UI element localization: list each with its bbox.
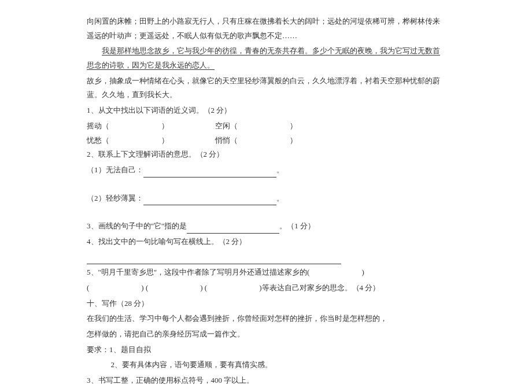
q2-period-1: 。 xyxy=(276,165,284,174)
q1-word-1-close: ） xyxy=(161,121,169,130)
q5-stem-a: 5、"明月千里寄乡思"，这段中作者除了写明月外还通过描述家乡的( xyxy=(87,268,309,276)
q5-mid-3: ) ( xyxy=(200,283,207,292)
q1-stem: 1、从文中找出以下词语的近义词。（2 分） xyxy=(87,103,445,118)
q4-blank-line xyxy=(87,250,445,265)
writing-req-2: 2、要有具体内容，语句要通顺，要有真情实感。 xyxy=(87,358,445,372)
q1-word-4-close: ） xyxy=(290,136,297,145)
q1-word-1: 摇动（ xyxy=(87,121,109,130)
q4-blank xyxy=(87,257,341,264)
writing-req-1: 要求：1、题目自拟 xyxy=(87,343,445,357)
q3-blank xyxy=(187,226,279,234)
passage-paragraph-3: 故乡，抽象成一种情绪在心头，就像它的天空里轻纱薄翼般的白云，久久地漂浮着，衬着天… xyxy=(87,74,445,102)
q2-blank-2 xyxy=(143,198,276,205)
q5-tail: )等表达自己对家乡的思念。（4 分） xyxy=(259,283,380,292)
q2-period-2: 。 xyxy=(276,194,284,202)
passage-paragraph-underlined: 我是那样地思念故乡，它与我少年的彷徨，青春的无奈共存着。多少个无眠的夜晚，我为它… xyxy=(87,44,445,72)
q2-item-1: （1）无法自己：。 xyxy=(87,163,445,177)
q2-item-2: （2）轻纱薄翼：。 xyxy=(87,191,445,206)
writing-req-3: 3、书写工整，正确的使用标点符号，400 字以上。 xyxy=(87,373,445,388)
q1-word-3-close: ） xyxy=(161,136,169,145)
writing-prompt-1: 在我们的生活、学习中每个人都会遇到挫折，你曾经面对怎样的挫折，你当时是怎样想的， xyxy=(87,312,445,326)
q5-line-2: () () ()等表达自己对家乡的思念。（4 分） xyxy=(87,281,445,295)
q1-row-1: 摇动（） 空闲（） xyxy=(87,119,445,134)
q1-word-4: 悄悄（ xyxy=(215,136,238,145)
q2-item1-label: （1）无法自己： xyxy=(87,165,143,174)
q1-row-2: 忧愁（） 悄悄（） xyxy=(87,134,445,148)
passage-paragraph-1: 向闲置的床帷；田野上的小路寂无行人，只有庄稼在微拂着长大的阔叶；远处的河堤依稀可… xyxy=(87,14,445,43)
q2-blank-1 xyxy=(143,170,276,177)
q2-stem: 2、联系上下文理解词语的意思。（2 分） xyxy=(87,147,445,162)
writing-prompt-2: 怎样做的，请把自己的亲身经历写成一篇作文。 xyxy=(87,327,445,342)
q4-stem: 4、找出文中的一句比喻句写在横线上。（2 分） xyxy=(87,235,445,249)
q3: 3、画线的句子中的"它"指的是。（1 分） xyxy=(87,219,445,234)
q5-mid-2: ) ( xyxy=(141,283,148,292)
q3-stem-a: 3、画线的句子中的"它"指的是 xyxy=(87,221,187,230)
q5-stem-b: ) xyxy=(361,268,364,276)
q3-stem-b: 。（1 分） xyxy=(279,221,315,230)
q5-line-1: 5、"明月千里寄乡思"，这段中作者除了写明月外还通过描述家乡的() xyxy=(87,265,445,280)
q1-word-3: 忧愁（ xyxy=(87,136,109,145)
q2-item2-label: （2）轻纱薄翼： xyxy=(87,194,143,202)
q1-word-2: 空闲（ xyxy=(215,121,238,130)
q5-open-2: ( xyxy=(87,283,89,292)
writing-title: 十、写作（28 分） xyxy=(87,297,445,311)
q1-word-2-close: ） xyxy=(290,121,297,130)
